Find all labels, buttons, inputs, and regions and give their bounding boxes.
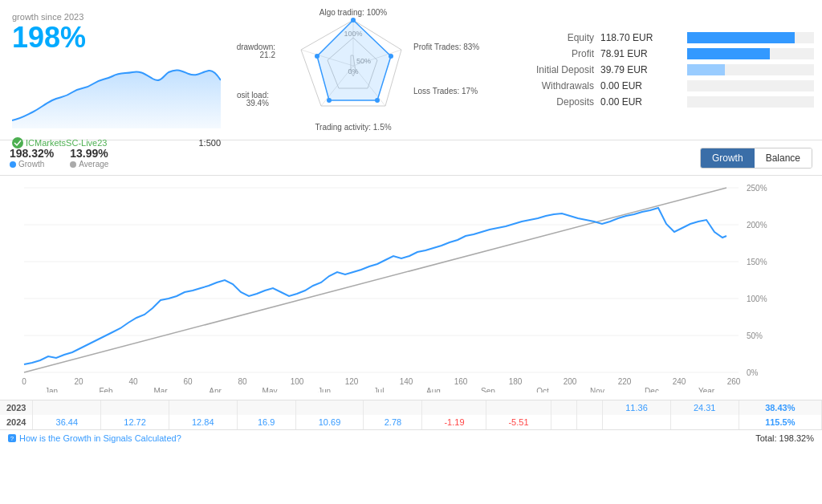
svg-text:0: 0 [22, 377, 26, 386]
table-row-2023: 2023 11.36 24.31 38.43% [0, 400, 822, 415]
info-icon: ? [8, 434, 16, 442]
2024-aug: -5.51 [486, 415, 551, 429]
growth-button[interactable]: Growth [701, 148, 755, 168]
svg-text:Jul: Jul [374, 387, 385, 392]
svg-text:140: 140 [400, 377, 413, 386]
total-value-display: Total: 198.32% [755, 433, 814, 443]
chart-container: 250% 200% 150% 100% 50% 0% 0 20 40 60 80… [4, 180, 818, 400]
svg-text:Oct: Oct [536, 387, 549, 392]
svg-text:250%: 250% [747, 184, 767, 193]
initial-deposit-label: Initial Deposit [506, 64, 594, 75]
radar-chart-panel: Algo trading: 100% Maximum drawdown: 21.… [233, 8, 490, 132]
2024-jan: 36.44 [33, 415, 101, 429]
equity-bar-container [687, 32, 814, 43]
svg-text:Jun: Jun [318, 387, 331, 392]
svg-text:Apr: Apr [209, 387, 222, 392]
svg-point-24 [315, 54, 319, 59]
svg-point-23 [327, 98, 332, 103]
svg-text:150%: 150% [747, 258, 767, 266]
stat-row-withdrawals: Withdrawals 0.00 EUR [506, 80, 814, 91]
growth-metric: 198.32% Growth [10, 147, 54, 169]
svg-text:80: 80 [238, 377, 247, 386]
svg-text:Profit Trades: 83%: Profit Trades: 83% [413, 43, 479, 51]
svg-text:160: 160 [454, 377, 468, 386]
deposits-bar-container [687, 96, 814, 108]
stat-row-profit: Profit 78.91 EUR [506, 48, 814, 59]
initial-deposit-value: 39.79 EUR [600, 64, 681, 75]
2024-jul: -1.19 [422, 415, 486, 429]
equity-label: Equity [506, 32, 594, 43]
deposits-value: 0.00 EUR [600, 96, 681, 108]
svg-text:Loss Trades: 17%: Loss Trades: 17% [413, 87, 478, 96]
withdrawals-bar-container [687, 80, 814, 91]
svg-text:Dec: Dec [645, 387, 659, 392]
svg-point-20 [351, 18, 356, 22]
growth-calculation-link[interactable]: ? How is the Growth in Signals Calculate… [8, 433, 181, 443]
svg-point-21 [389, 54, 393, 59]
svg-text:240: 240 [673, 377, 686, 386]
profit-label: Profit [506, 48, 594, 59]
svg-text:50%: 50% [747, 331, 763, 340]
svg-text:Jan: Jan [45, 387, 58, 392]
data-table-section: 2023 11.36 24.31 38.43% 2024 36.44 12.72… [0, 400, 822, 429]
equity-value: 118.70 EUR [600, 32, 681, 43]
average-metric: 13.99% Average [70, 147, 108, 169]
profit-bar [687, 48, 770, 59]
2023-nov: 11.36 [603, 400, 671, 415]
svg-text:200: 200 [564, 377, 577, 386]
svg-point-22 [375, 98, 380, 103]
equity-bar [687, 32, 795, 43]
2024-may: 10.69 [295, 415, 364, 429]
2023-year: 38.43% [739, 400, 821, 415]
svg-text:Sep: Sep [481, 387, 495, 392]
profit-value: 78.91 EUR [600, 48, 681, 59]
profit-bar-container [687, 48, 814, 59]
growth-metric-value: 198.32% [10, 147, 54, 160]
growth-metric-label: Growth [10, 160, 54, 169]
svg-marker-19 [317, 20, 391, 100]
year-2023: 2023 [0, 400, 33, 415]
2024-apr: 16.9 [237, 415, 295, 429]
svg-text:Nov: Nov [590, 387, 604, 392]
svg-text:180: 180 [509, 377, 523, 386]
svg-text:May: May [262, 387, 278, 392]
2024-feb: 12.72 [101, 415, 169, 429]
algo-trading-label: Algo trading: 100% [319, 8, 388, 17]
svg-text:100%: 100% [747, 295, 767, 303]
stats-panel: Equity 118.70 EUR Profit 78.91 EUR Initi… [498, 8, 814, 132]
2023-dec: 24.31 [670, 400, 739, 415]
svg-text:Aug: Aug [426, 387, 441, 392]
stat-row-initial-deposit: Initial Deposit 39.79 EUR [506, 64, 814, 75]
table-row-2024: 2024 36.44 12.72 12.84 16.9 10.69 2.78 -… [0, 415, 822, 429]
view-toggle[interactable]: Growth Balance [700, 148, 812, 169]
total-label: Total: [755, 433, 776, 443]
footer-row: ? How is the Growth in Signals Calculate… [0, 429, 822, 446]
radar-chart: Algo trading: 100% Maximum drawdown: 21.… [237, 6, 486, 134]
average-dot [70, 161, 76, 168]
2024-year: 115.5% [739, 415, 821, 429]
growth-link-text: How is the Growth in Signals Calculated? [19, 433, 181, 443]
growth-percent-value: 198% [12, 23, 221, 52]
svg-text:220: 220 [618, 377, 632, 386]
stat-row-deposits: Deposits 0.00 EUR [506, 96, 814, 108]
balance-button[interactable]: Balance [755, 148, 812, 168]
growth-dot [10, 161, 16, 168]
average-metric-label: Average [70, 160, 108, 169]
total-value: 198.32% [779, 433, 814, 443]
initial-deposit-bar [687, 64, 725, 75]
svg-text:Mar: Mar [153, 387, 168, 392]
svg-text:120: 120 [345, 377, 359, 386]
svg-text:260: 260 [727, 377, 741, 386]
growth-panel: growth since 2023 198% ICMar [8, 8, 225, 132]
sparkline-chart [12, 56, 221, 131]
main-chart-svg: 250% 200% 150% 100% 50% 0% 0 20 40 60 80… [4, 180, 779, 392]
svg-text:39.4%: 39.4% [246, 99, 269, 108]
initial-deposit-bar-container [687, 64, 814, 75]
svg-text:60: 60 [183, 377, 193, 386]
svg-text:21.2: 21.2 [260, 51, 276, 59]
stat-row-equity: Equity 118.70 EUR [506, 32, 814, 43]
svg-text:20: 20 [74, 377, 83, 386]
svg-text:Year: Year [698, 387, 715, 392]
svg-text:Trading activity: 1.5%: Trading activity: 1.5% [315, 123, 391, 132]
svg-line-37 [24, 188, 726, 372]
